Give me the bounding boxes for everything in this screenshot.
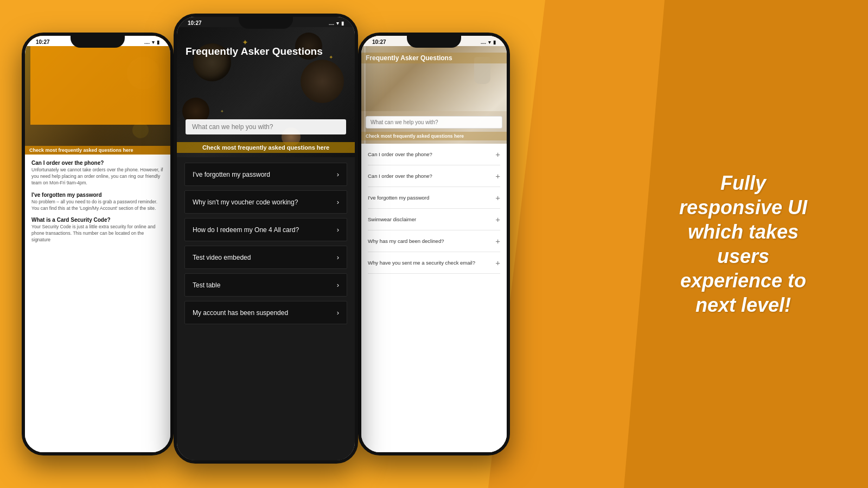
phone-2-faq-btn-5-label: Test table xyxy=(193,281,220,289)
phone-1-battery: ▮ xyxy=(157,40,159,45)
phone-3-time: 10:27 xyxy=(372,39,386,45)
phone-2-faq-btn-3-label: How do I redeem my One 4 All card? xyxy=(193,226,299,234)
orb-3 xyxy=(301,60,344,103)
phone-2: 10:27 .... ▾ ▮ ✦ ✦ ✦ xyxy=(174,14,358,464)
phone-3-faq-item-1-label: Can I order over the phone? xyxy=(368,151,432,157)
phone-1-faq-q-3: What is a Card Security Code? xyxy=(31,217,164,223)
phone-1-faq-item-2: I've forgotten my password No problem – … xyxy=(31,192,164,212)
phone-1-faq-a-3: Your Security Code is just a little extr… xyxy=(31,224,164,243)
phone-2-faq-btn-3[interactable]: How do I redeem my One 4 All card? › xyxy=(184,218,347,241)
sparkle-3: ✦ xyxy=(220,109,224,114)
phone-1-hero: Frequently Asker Questions Check most fr… xyxy=(25,46,170,155)
phone-3-faq-item-5-label: Why has my card been declined? xyxy=(368,238,444,244)
phone-2-faq-btn-1[interactable]: I've forgotten my password › xyxy=(184,163,347,186)
plus-icon-1: + xyxy=(495,150,500,159)
phone-2-wifi: ▾ xyxy=(336,21,339,26)
phone-1-time: 10:27 xyxy=(36,39,50,45)
phone-3-search-bar[interactable] xyxy=(366,116,502,129)
phone-1-wifi: ▾ xyxy=(152,40,155,45)
phone-3-wifi: ▾ xyxy=(488,40,491,45)
phone-3-hero-title: Frequently Asker Questions xyxy=(361,53,507,63)
phone-3-faq-item-2[interactable]: Can I order over the phone? + xyxy=(368,165,500,187)
phone-2-inner: 10:27 .... ▾ ▮ ✦ ✦ ✦ xyxy=(177,17,355,460)
phone-2-hero-title: Frequently Asker Questions xyxy=(186,46,346,57)
phone-2-faq-btn-6-label: My account has been suspended xyxy=(193,309,288,317)
phone-3-faq-list: Can I order over the phone? + Can I orde… xyxy=(361,144,507,452)
phone-2-faq-list: I've forgotten my password › Why isn't m… xyxy=(177,157,355,460)
right-text-line1: Fully xyxy=(720,172,766,194)
phone-2-check-banner: Check most frequently asked questions he… xyxy=(177,142,355,153)
phone-2-battery: ▮ xyxy=(341,21,344,26)
phone-3-faq-item-1[interactable]: Can I order over the phone? + xyxy=(368,144,500,165)
phone-3-faq-item-2-label: Can I order over the phone? xyxy=(368,173,432,179)
phone-3-faq-item-6[interactable]: Why have you sent me a security check em… xyxy=(368,252,500,274)
phone-1-faq-item-3: What is a Card Security Code? Your Secur… xyxy=(31,217,164,243)
plus-icon-4: + xyxy=(495,215,500,224)
phone-3-faq-item-3[interactable]: I've forgotten my password + xyxy=(368,187,500,209)
phone-1-signal: .... xyxy=(144,40,150,45)
phone-3-faq-item-4-label: Swimwear disclaimer xyxy=(368,216,416,222)
phone-3-search-input[interactable] xyxy=(366,116,502,129)
chevron-icon-4: › xyxy=(337,253,339,261)
right-text-line3: which takes xyxy=(688,221,799,243)
right-text-block: Fully responsive UI which takes users ex… xyxy=(651,171,835,317)
phones-container: 10:27 .... ▾ ▮ Frequently Asker Question… xyxy=(0,0,510,488)
phone-3-inner: 10:27 .... ▾ ▮ Frequently Asker Question… xyxy=(361,36,507,452)
phone-3-status-bar: 10:27 .... ▾ ▮ xyxy=(361,36,507,46)
phone-3-hero: Frequently Asker Questions Check most fr… xyxy=(361,46,507,144)
phone-2-signal: .... xyxy=(329,21,334,26)
phone-1-faq-q-1: Can I order over the phone? xyxy=(31,160,164,166)
chevron-icon-6: › xyxy=(337,309,339,317)
phone-3-faq-item-4[interactable]: Swimwear disclaimer + xyxy=(368,209,500,230)
phone-1-status-bar: 10:27 .... ▾ ▮ xyxy=(25,36,170,46)
phone-1-check-banner: Check most frequently asked questions he… xyxy=(25,146,170,155)
right-text-line4: users xyxy=(717,245,769,267)
plus-icon-5: + xyxy=(495,236,500,246)
phone-2-time: 10:27 xyxy=(188,20,202,26)
phone-1-faq-a-2: No problem – all you need to do is grab … xyxy=(31,199,164,212)
right-text-line2: responsive UI xyxy=(679,196,807,219)
phone-1-inner: 10:27 .... ▾ ▮ Frequently Asker Question… xyxy=(25,36,170,452)
phone-2-faq-btn-5[interactable]: Test table › xyxy=(184,273,347,297)
chevron-icon-5: › xyxy=(337,281,339,289)
phone-1-status-right: .... ▾ ▮ xyxy=(144,40,159,45)
right-text-line6: next level! xyxy=(695,294,791,316)
phone-3-signal: .... xyxy=(481,40,486,45)
phone-3-battery: ▮ xyxy=(493,40,496,45)
phone-2-hero: ✦ ✦ ✦ Frequently Asker Questions Check m… xyxy=(177,27,355,157)
right-text-line5: experience to xyxy=(680,269,806,292)
phone-2-status-right: .... ▾ ▮ xyxy=(329,21,344,26)
phone-1: 10:27 .... ▾ ▮ Frequently Asker Question… xyxy=(22,33,174,455)
phone-2-faq-btn-4-label: Test video embeded xyxy=(193,254,251,261)
phone-3: 10:27 .... ▾ ▮ Frequently Asker Question… xyxy=(358,33,510,455)
chevron-icon-1: › xyxy=(337,170,339,178)
phone-2-search-bar[interactable] xyxy=(186,119,346,134)
phone-3-status-right: .... ▾ ▮ xyxy=(481,40,496,45)
plus-icon-6: + xyxy=(495,258,500,267)
phone-2-search-input[interactable] xyxy=(186,119,346,134)
phone-2-faq-btn-1-label: I've forgotten my password xyxy=(193,171,270,178)
phone-3-faq-item-5[interactable]: Why has my card been declined? + xyxy=(368,230,500,252)
chevron-icon-3: › xyxy=(337,226,339,234)
phone-3-check-banner: Check most frequently asked questions he… xyxy=(361,132,507,140)
plus-icon-2: + xyxy=(495,171,500,181)
plus-icon-3: + xyxy=(495,193,500,202)
phone-1-faq-q-2: I've forgotten my password xyxy=(31,192,164,198)
phone-2-faq-btn-6[interactable]: My account has been suspended › xyxy=(184,301,347,324)
phone-1-search-bar[interactable] xyxy=(30,36,170,146)
phone-1-faq-a-1: Unfortunately we cannot take orders over… xyxy=(31,167,164,187)
phone-2-faq-btn-2-label: Why isn't my voucher code working? xyxy=(193,198,298,206)
phone-1-faq-list: Can I order over the phone? Unfortunatel… xyxy=(25,155,170,452)
phone-3-faq-item-6-label: Why have you sent me a security check em… xyxy=(368,260,475,266)
phone-2-status-bar: 10:27 .... ▾ ▮ xyxy=(177,17,355,27)
phone-2-faq-btn-4[interactable]: Test video embeded › xyxy=(184,246,347,269)
phone-3-faq-item-3-label: I've forgotten my password xyxy=(368,195,429,201)
phone-2-faq-btn-2[interactable]: Why isn't my voucher code working? › xyxy=(184,190,347,214)
chevron-icon-2: › xyxy=(337,198,339,206)
phone-1-faq-item-1: Can I order over the phone? Unfortunatel… xyxy=(31,160,164,187)
